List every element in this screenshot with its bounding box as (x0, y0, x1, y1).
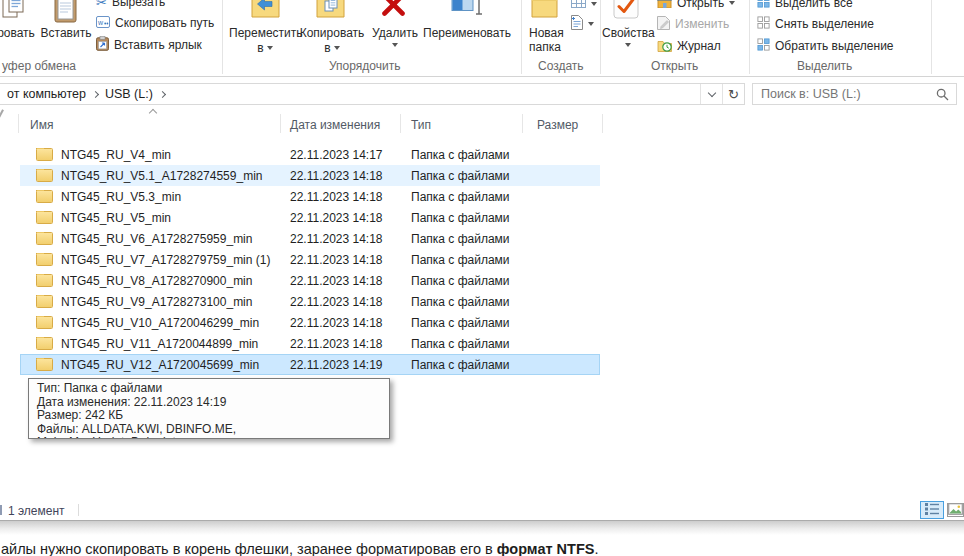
page-instruction-bold: формат NTFS (497, 541, 595, 556)
open-button[interactable]: Открыть (657, 0, 735, 13)
file-type: Папка с файлами (411, 148, 600, 162)
file-row[interactable]: NTG45_RU_V10_A1720046299_min 22.11.2023 … (20, 312, 600, 333)
history-button[interactable]: Журнал (657, 36, 721, 56)
search-icon[interactable] (936, 88, 949, 101)
chevron-down-icon (392, 43, 398, 47)
group-create-label: Создать (538, 59, 584, 73)
folder-icon (36, 295, 53, 308)
ribbon: ровать Вставить ✂ Вырезать w Скопировать… (0, 0, 964, 77)
file-list: NTG45_RU_V4_min 22.11.2023 14:17 Папка с… (20, 144, 600, 375)
column-divider[interactable] (18, 114, 19, 133)
tooltip-line: Размер: 242 КБ (37, 409, 381, 423)
breadcrumb-root[interactable]: от компьютер (7, 87, 86, 101)
file-row[interactable]: NTG45_RU_V5_min 22.11.2023 14:18 Папка с… (20, 207, 600, 228)
nav-pane-fragment (0, 109, 4, 121)
group-organize-label: Упорядочить (329, 59, 400, 73)
file-name: NTG45_RU_V5.3_min (61, 190, 181, 204)
delete-icon (380, 0, 407, 22)
ribbon-separator (600, 0, 601, 74)
column-divider[interactable] (280, 114, 281, 133)
file-row[interactable]: NTG45_RU_V12_A1720045699_min 22.11.2023 … (20, 354, 600, 375)
file-name: NTG45_RU_V4_min (61, 148, 171, 162)
column-header-date[interactable]: Дата изменения (290, 118, 380, 132)
new-item-icon (571, 15, 583, 33)
copy-path-button[interactable]: w Скопировать путь (96, 13, 214, 33)
chevron-down-icon (588, 22, 594, 26)
address-bar[interactable]: от компьютер USB (L:) ↻ (0, 83, 745, 105)
search-input[interactable] (753, 87, 936, 101)
clear-selection-button[interactable]: Снять выделение (757, 14, 874, 34)
cut-label: Вырезать (112, 0, 165, 9)
address-dropdown-button[interactable] (700, 84, 722, 104)
file-row[interactable]: NTG45_RU_V8_A1728270900_min 22.11.2023 1… (20, 270, 600, 291)
column-divider[interactable] (522, 114, 523, 133)
new-item-button[interactable] (571, 14, 594, 34)
file-date: 22.11.2023 14:18 (290, 274, 411, 288)
column-divider[interactable] (602, 114, 603, 133)
new-folder-button[interactable]: Новая (529, 27, 563, 40)
details-view-button[interactable] (920, 501, 944, 519)
history-label: Журнал (677, 39, 721, 53)
file-row[interactable]: NTG45_RU_V7_A1728279759_min (1) 22.11.20… (20, 249, 600, 270)
breadcrumb: от компьютер USB (L:) (0, 87, 700, 101)
svg-text:w: w (97, 18, 104, 25)
chevron-down-icon (267, 46, 273, 50)
delete-sub (368, 43, 422, 47)
file-name: NTG45_RU_V10_A1720046299_min (61, 316, 259, 330)
move-to-button[interactable]: Переместить (229, 27, 301, 40)
tooltip-line: Файлы: ALLDATA.KWI, DBINFO.ME, MelcoMapU… (37, 423, 381, 440)
column-header-type[interactable]: Тип (411, 118, 431, 132)
invert-selection-label: Обратить выделение (775, 39, 894, 53)
grid-icon (571, 0, 586, 11)
status-fragment (0, 505, 2, 515)
move-to-icon (250, 0, 281, 23)
open-icon (657, 0, 672, 11)
folder-icon (36, 169, 53, 182)
tooltip-line: Дата изменения: 22.11.2023 14:19 (37, 396, 381, 410)
chevron-down-icon (334, 46, 340, 50)
invert-selection-button[interactable]: Обратить выделение (757, 36, 894, 56)
file-row[interactable]: NTG45_RU_V6_A1728275959_min 22.11.2023 1… (20, 228, 600, 249)
copy-button[interactable]: ровать (0, 27, 38, 40)
edit-button: Изменить (657, 14, 729, 34)
folder-icon (36, 358, 53, 371)
thumbnail-view-button[interactable] (947, 503, 964, 517)
copy-to-button[interactable]: Копировать (297, 27, 367, 40)
file-row[interactable]: NTG45_RU_V4_min 22.11.2023 14:17 Папка с… (20, 144, 600, 165)
window-shadow (0, 520, 964, 535)
file-row[interactable]: NTG45_RU_V11_A1720044899_min 22.11.2023 … (20, 333, 600, 354)
page-instruction-text: айлы нужно скопировать в корень флешки, … (1, 541, 598, 556)
file-type: Папка с файлами (411, 190, 600, 204)
folder-icon (36, 148, 53, 161)
file-row[interactable]: NTG45_RU_V5.1_A1728274559_min 22.11.2023… (20, 165, 600, 186)
sort-ascending-icon (149, 109, 157, 117)
history-icon (657, 38, 672, 55)
folder-icon (36, 232, 53, 245)
cut-icon: ✂ (96, 0, 107, 9)
paste-button[interactable]: Вставить (36, 27, 96, 40)
properties-button[interactable]: Свойства (602, 27, 654, 40)
column-header-size[interactable]: Размер (537, 118, 578, 132)
select-all-icon (757, 0, 770, 11)
folder-icon (36, 337, 53, 350)
refresh-button[interactable]: ↻ (722, 84, 744, 104)
easy-access-button[interactable] (571, 0, 597, 14)
status-bar: 1 элемент (0, 500, 964, 520)
breadcrumb-chevron-icon[interactable] (92, 91, 99, 98)
delete-button[interactable]: Удалить (368, 27, 422, 40)
column-divider[interactable] (400, 114, 401, 133)
cut-button[interactable]: ✂ Вырезать (96, 0, 165, 12)
rename-button[interactable]: Переименовать (417, 27, 517, 40)
file-row[interactable]: NTG45_RU_V5.3_min 22.11.2023 14:18 Папка… (20, 186, 600, 207)
select-all-button[interactable]: Выделить все (757, 0, 853, 13)
column-header-name[interactable]: Имя (30, 118, 53, 132)
clear-selection-icon (757, 16, 770, 32)
file-name: NTG45_RU_V12_A1720045699_min (61, 358, 259, 372)
breadcrumb-chevron-icon[interactable] (159, 91, 166, 98)
paste-shortcut-button[interactable]: Вставить ярлык (96, 35, 202, 55)
folder-icon (36, 211, 53, 224)
file-row[interactable]: NTG45_RU_V9_A1728273100_min 22.11.2023 1… (20, 291, 600, 312)
breadcrumb-drive[interactable]: USB (L:) (105, 87, 153, 101)
file-name: NTG45_RU_V6_A1728275959_min (61, 232, 252, 246)
file-name: NTG45_RU_V11_A1720044899_min (61, 337, 258, 351)
